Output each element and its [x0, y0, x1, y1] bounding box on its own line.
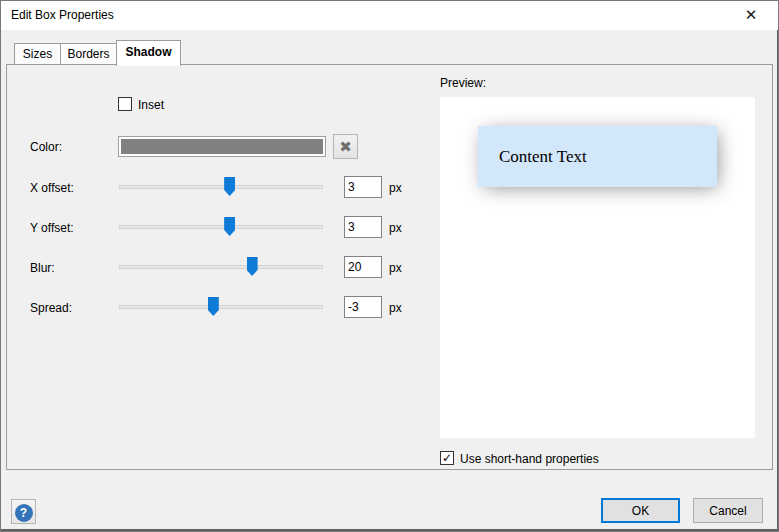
spread-slider-track[interactable] — [119, 305, 323, 309]
blur-slider-track[interactable] — [119, 265, 323, 269]
shorthand-label: Use short-hand properties — [460, 452, 599, 466]
x-offset-slider-thumb[interactable] — [224, 177, 235, 196]
preview-content-box: Content Text — [478, 126, 717, 187]
edit-box-properties-dialog: Edit Box Properties ✕ Sizes Borders Shad… — [0, 0, 779, 532]
y-offset-unit: px — [389, 221, 402, 235]
help-icon: ? — [15, 504, 33, 522]
x-offset-slider-track[interactable] — [119, 185, 323, 189]
spread-input[interactable] — [344, 296, 382, 318]
inset-label: Inset — [138, 98, 164, 112]
x-offset-unit: px — [389, 181, 402, 195]
titlebar: Edit Box Properties ✕ — [1, 1, 778, 30]
x-offset-label: X offset: — [30, 181, 74, 195]
preview-label: Preview: — [440, 76, 486, 90]
spread-label: Spread: — [30, 301, 72, 315]
cancel-button[interactable]: Cancel — [693, 498, 763, 523]
close-icon[interactable]: ✕ — [732, 1, 770, 30]
y-offset-input[interactable] — [344, 216, 382, 238]
spread-slider[interactable] — [119, 297, 323, 317]
y-offset-slider-thumb[interactable] — [224, 217, 235, 236]
x-offset-input[interactable] — [344, 176, 382, 198]
blur-unit: px — [389, 261, 402, 275]
spread-slider-thumb[interactable] — [208, 297, 219, 316]
tab-shadow[interactable]: Shadow — [116, 40, 181, 66]
tab-sizes[interactable]: Sizes — [14, 43, 61, 64]
clear-color-icon[interactable]: ✖ — [333, 134, 358, 159]
spread-unit: px — [389, 301, 402, 315]
shorthand-checkbox[interactable]: ✓ — [440, 451, 454, 465]
inset-checkbox[interactable] — [118, 97, 132, 111]
blur-input[interactable] — [344, 256, 382, 278]
ok-button[interactable]: OK — [601, 498, 680, 523]
y-offset-label: Y offset: — [30, 221, 74, 235]
y-offset-slider[interactable] — [119, 217, 323, 237]
color-swatch-fill — [121, 139, 323, 154]
blur-slider[interactable] — [119, 257, 323, 277]
blur-label: Blur: — [30, 261, 55, 275]
window-title: Edit Box Properties — [11, 1, 114, 30]
color-swatch-button[interactable] — [118, 136, 326, 157]
x-offset-slider[interactable] — [119, 177, 323, 197]
color-label: Color: — [30, 140, 62, 154]
shorthand-checkmark: ✓ — [442, 451, 452, 465]
blur-slider-thumb[interactable] — [247, 257, 258, 276]
y-offset-slider-track[interactable] — [119, 225, 323, 229]
tab-borders[interactable]: Borders — [60, 43, 117, 64]
help-button[interactable]: ? — [11, 499, 36, 524]
preview-content-text: Content Text — [499, 147, 587, 167]
